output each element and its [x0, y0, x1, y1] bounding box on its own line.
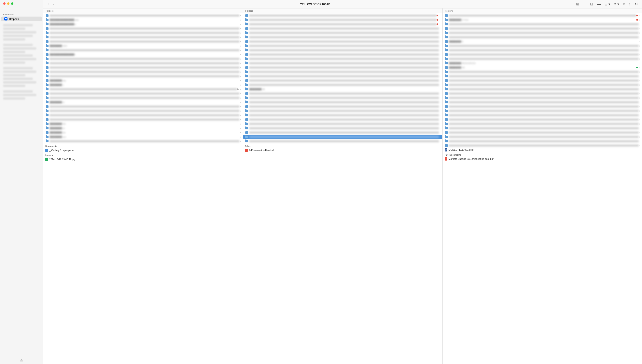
- list-item[interactable]: ›: [443, 126, 641, 130]
- list-item[interactable]: ›: [243, 135, 442, 139]
- list-item[interactable]: ›: [443, 78, 641, 83]
- more-button[interactable]: ▾: [622, 2, 626, 7]
- list-item[interactable]: ████████████████ (ah)›: [44, 18, 242, 22]
- list-item[interactable]: ›: [44, 139, 242, 144]
- arrange-button[interactable]: ⊞ ▾: [604, 2, 611, 7]
- list-item[interactable]: PDF Marketo-Engage-Sa...orksheet-no-date…: [443, 157, 642, 161]
- list-item[interactable]: ›: [443, 14, 641, 18]
- list-item[interactable]: ›: [443, 35, 641, 40]
- list-item[interactable]: ████████ RESOURCES›: [443, 61, 641, 66]
- list-item[interactable]: ████████ ace›: [44, 135, 242, 139]
- list-item[interactable]: ████████ es›: [44, 126, 242, 130]
- list-item[interactable]: ›: [243, 118, 442, 122]
- list-item[interactable]: ›: [243, 74, 442, 78]
- list-item[interactable]: ›: [443, 96, 641, 100]
- list-item[interactable]: ›: [243, 96, 442, 100]
- list-item[interactable]: ›: [243, 83, 442, 87]
- list-item[interactable]: ›: [243, 109, 442, 113]
- list-item[interactable]: ›: [44, 92, 242, 96]
- list-item[interactable]: ›: [44, 96, 242, 100]
- list-item[interactable]: ████████ D FILE›: [443, 18, 641, 22]
- list-item[interactable]: ›: [443, 57, 641, 61]
- list-item[interactable]: ›: [243, 70, 442, 74]
- column-1-scroll[interactable]: › ████████████████ (ah)› ███████████████…: [43, 14, 243, 364]
- list-item[interactable]: ›: [44, 14, 242, 18]
- list-item[interactable]: ████████ NG›: [44, 122, 242, 126]
- list-item[interactable]: ›: [243, 26, 442, 31]
- list-item[interactable]: ›: [44, 61, 242, 66]
- list-item[interactable]: ›: [443, 70, 641, 74]
- column-2-scroll[interactable]: › › › › › › › › › › › › › › › › ›: [243, 14, 442, 364]
- list-item[interactable]: ›: [443, 122, 641, 126]
- list-item[interactable]: ›: [243, 57, 442, 61]
- column-3-scroll[interactable]: › ████████ D FILE› › › › › ████████ S› ›…: [443, 14, 642, 364]
- list-item[interactable]: ›: [443, 48, 641, 52]
- list-item[interactable]: ›: [44, 35, 242, 40]
- list-item[interactable]: ›: [44, 113, 242, 118]
- list-item[interactable]: ›: [443, 113, 641, 118]
- grid-view-button[interactable]: ⊞: [575, 2, 580, 7]
- list-item[interactable]: ›: [243, 100, 442, 104]
- gallery-view-button[interactable]: ▬: [596, 2, 601, 7]
- list-item[interactable]: ›: [443, 130, 641, 135]
- list-item[interactable]: ›: [443, 44, 641, 48]
- list-item[interactable]: ›: [443, 144, 641, 148]
- list-item[interactable]: ›: [243, 130, 442, 135]
- minimize-button[interactable]: [7, 2, 10, 5]
- list-item[interactable]: ›: [243, 44, 442, 48]
- list-item[interactable]: ›: [243, 48, 442, 52]
- list-item[interactable]: ›: [443, 100, 641, 104]
- list-item[interactable]: ›: [443, 139, 641, 144]
- list-item[interactable]: Z-Presentation-New.indt: [243, 148, 442, 152]
- sort-button[interactable]: ≡ ▾: [613, 2, 620, 7]
- list-item[interactable]: ›: [44, 26, 242, 31]
- list-item[interactable]: ›: [44, 57, 242, 61]
- list-item[interactable]: ›: [44, 118, 242, 122]
- forward-button[interactable]: ›: [52, 2, 55, 6]
- close-button[interactable]: [3, 2, 6, 5]
- list-item[interactable]: ›: [443, 109, 641, 113]
- list-item[interactable]: ›: [443, 135, 641, 139]
- column-view-button[interactable]: ⊟: [589, 2, 594, 7]
- list-item[interactable]: ›: [443, 92, 641, 96]
- maximize-button[interactable]: [11, 2, 14, 5]
- list-item[interactable]: ›: [243, 104, 442, 109]
- list-item[interactable]: ›: [443, 104, 641, 109]
- list-item[interactable]: ›: [44, 66, 242, 70]
- list-item[interactable]: ›: [243, 40, 442, 44]
- tag-button[interactable]: 🏷: [634, 2, 639, 7]
- list-item[interactable]: ›: [243, 52, 442, 57]
- list-item[interactable]: ████████ phy›: [44, 78, 242, 83]
- list-view-button[interactable]: ☰: [582, 2, 587, 7]
- list-item[interactable]: ████████ GES›: [44, 44, 242, 48]
- list-item[interactable]: ›: [44, 109, 242, 113]
- list-item[interactable]: ›: [243, 122, 442, 126]
- list-item[interactable]: ›: [243, 66, 442, 70]
- list-item[interactable]: ›: [44, 48, 242, 52]
- list-item[interactable]: ›: [243, 139, 442, 144]
- list-item[interactable]: W MODEL RELEASE.docx: [443, 148, 642, 152]
- list-item[interactable]: ›: [44, 31, 242, 35]
- back-button[interactable]: ‹: [47, 2, 50, 6]
- list-item[interactable]: ████████ e)›: [44, 100, 242, 104]
- list-item[interactable]: ████████████████ s›: [44, 22, 242, 26]
- list-item[interactable]: ›: [243, 61, 442, 66]
- list-item[interactable]: ›: [443, 83, 641, 87]
- list-item[interactable]: ›: [443, 118, 641, 122]
- list-item[interactable]: ›: [243, 31, 442, 35]
- sidebar-item-dropbox[interactable]: Dropbox: [1, 16, 42, 21]
- list-item[interactable]: ████████ der›: [44, 130, 242, 135]
- list-item[interactable]: ████████████████ t›: [44, 52, 242, 57]
- list-item[interactable]: _ Getting S...aper.paper: [43, 148, 243, 152]
- list-item[interactable]: ›: [44, 40, 242, 44]
- list-item[interactable]: ›: [243, 22, 442, 26]
- list-item[interactable]: ████████ :)›: [44, 83, 242, 87]
- list-item[interactable]: ›: [443, 31, 641, 35]
- list-item[interactable]: ›: [243, 14, 442, 18]
- share-button[interactable]: ↑: [628, 2, 631, 7]
- list-item[interactable]: ›: [243, 35, 442, 40]
- list-item[interactable]: ›: [44, 74, 242, 78]
- list-item[interactable]: 2014-10-19 19.40.42.jpg: [43, 157, 243, 162]
- list-item[interactable]: ████████ OK›: [443, 66, 641, 70]
- list-item[interactable]: ›: [243, 92, 442, 96]
